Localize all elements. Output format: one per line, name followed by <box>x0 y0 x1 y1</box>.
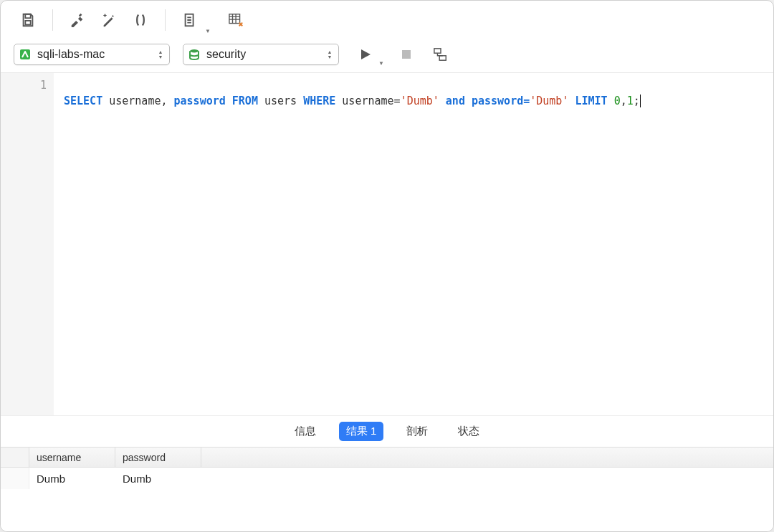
sql-keyword: and <box>446 95 465 107</box>
updown-icon: ▲▼ <box>156 48 165 61</box>
sql-identifier: username, <box>109 95 173 107</box>
database-icon <box>188 48 201 61</box>
tab-result-1[interactable]: 结果 1 <box>339 422 384 441</box>
sql-keyword: SELECT <box>64 95 102 107</box>
toolbar-divider <box>165 9 166 31</box>
parens-icon[interactable] <box>126 6 155 34</box>
svg-rect-1 <box>25 21 30 24</box>
svg-rect-0 <box>25 14 30 19</box>
database-label: security <box>206 48 320 61</box>
cell-username[interactable]: Dumb <box>29 468 115 489</box>
results-grid: username password Dumb Dumb <box>1 447 773 531</box>
app-window: ▼ sqli-labs-mac ▲▼ security ▲▼ <box>0 0 774 532</box>
toolbar-divider <box>52 9 53 31</box>
sql-punct: , <box>621 95 627 107</box>
export-icon[interactable] <box>176 6 204 34</box>
connection-label: sqli-labs-mac <box>37 48 150 61</box>
sql-punct: ; <box>634 95 640 107</box>
sql-identifier: users <box>264 95 297 107</box>
tab-profile[interactable]: 剖析 <box>399 422 435 441</box>
sql-keyword: WHERE <box>303 95 335 107</box>
results-header-row: username password <box>1 448 773 468</box>
line-number: 1 <box>1 77 47 93</box>
dropdown-arrow-icon[interactable]: ▼ <box>205 28 211 34</box>
magic-icon[interactable] <box>95 6 123 34</box>
stop-button <box>394 42 419 67</box>
hammer-icon[interactable] <box>63 6 92 34</box>
editor-area[interactable]: 1 SELECT username, password FROM users W… <box>1 72 773 415</box>
row-selector[interactable] <box>1 468 29 489</box>
database-dropdown[interactable]: security ▲▼ <box>183 44 339 65</box>
column-header[interactable]: password <box>115 448 201 467</box>
sql-keyword: LIMIT <box>575 95 607 107</box>
sql-keyword: FROM <box>232 95 258 107</box>
sql-string: 'Dumb' <box>401 95 439 107</box>
svg-rect-13 <box>402 50 411 59</box>
cell-password[interactable]: Dumb <box>115 468 201 489</box>
tab-status[interactable]: 状态 <box>451 422 487 441</box>
save-icon[interactable] <box>14 6 42 34</box>
tab-info[interactable]: 信息 <box>287 422 323 441</box>
result-tabs: 信息 结果 1 剖析 状态 <box>1 415 773 447</box>
toolbar-second: sqli-labs-mac ▲▼ security ▲▼ ▼ <box>1 39 773 72</box>
sql-identifier: username= <box>342 95 400 107</box>
run-button[interactable] <box>353 42 378 67</box>
svg-rect-15 <box>439 56 446 60</box>
line-gutter: 1 <box>1 73 54 415</box>
sql-keyword: password <box>174 95 226 107</box>
text-cursor <box>640 95 641 107</box>
connection-dropdown[interactable]: sqli-labs-mac ▲▼ <box>14 44 170 65</box>
sql-number: 0 <box>614 95 621 107</box>
sql-editor[interactable]: SELECT username, password FROM users WHE… <box>54 73 773 415</box>
dropdown-arrow-icon[interactable]: ▼ <box>378 60 384 67</box>
row-selector-header[interactable] <box>1 448 29 467</box>
connection-icon <box>19 48 32 61</box>
table-row[interactable]: Dumb Dumb <box>1 468 773 489</box>
svg-point-12 <box>190 49 199 52</box>
toolbar-top: ▼ <box>1 1 773 39</box>
explain-button[interactable] <box>429 42 453 67</box>
sql-string: 'Dumb' <box>530 95 568 107</box>
run-controls: ▼ <box>353 42 453 67</box>
create-query-icon[interactable] <box>222 6 251 34</box>
svg-rect-14 <box>434 49 441 53</box>
svg-rect-6 <box>229 14 240 24</box>
sql-keyword: password= <box>472 95 530 107</box>
column-header[interactable]: username <box>29 448 115 467</box>
updown-icon: ▲▼ <box>325 48 334 61</box>
sql-number: 1 <box>627 95 634 107</box>
